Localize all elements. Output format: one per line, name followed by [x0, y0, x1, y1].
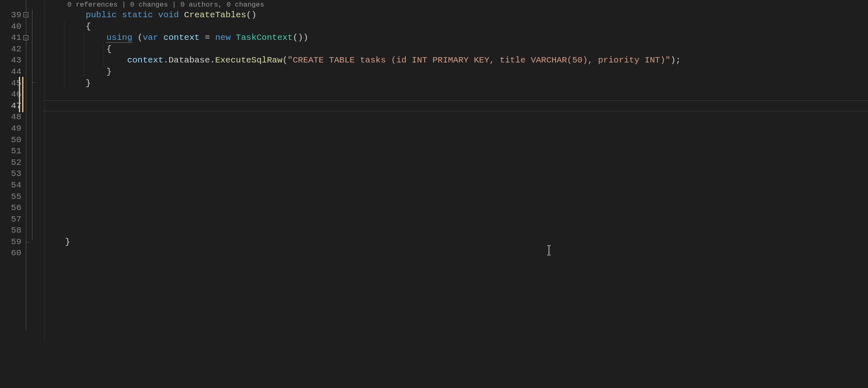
line-number: 57: [0, 214, 21, 225]
code-line[interactable]: [43, 146, 868, 157]
line-number: 58: [0, 225, 21, 236]
code-line[interactable]: [43, 180, 868, 191]
line-number: 43: [0, 55, 21, 66]
fold-toggle-using[interactable]: [23, 35, 28, 40]
code-line[interactable]: context.Database.ExecuteSqlRaw("CREATE T…: [43, 55, 868, 66]
line-number: 59: [0, 236, 21, 248]
code-line[interactable]: [43, 111, 868, 123]
fold-line-inner: [32, 9, 32, 240]
code-line[interactable]: [43, 247, 868, 259]
line-number-gutter: 3940414243444546474849505152535455565758…: [0, 0, 25, 388]
line-number: 39: [0, 9, 21, 21]
code-line[interactable]: [43, 225, 868, 236]
fold-corner: [32, 82, 35, 83]
fold-corner: [26, 242, 29, 242]
line-number: 52: [0, 157, 21, 169]
line-number: 53: [0, 168, 21, 180]
codelens-info[interactable]: 0 references | 0 changes | 0 authors, 0 …: [43, 0, 868, 9]
code-line[interactable]: public static void CreateTables(): [43, 9, 868, 21]
line-number: 49: [0, 123, 21, 134]
line-number: 50: [0, 134, 21, 146]
line-number: 51: [0, 146, 21, 157]
code-line[interactable]: [43, 100, 868, 112]
code-line[interactable]: {: [43, 21, 868, 32]
line-number: 56: [0, 202, 21, 214]
fold-line-outer: [26, 0, 26, 330]
line-number: 41: [0, 32, 21, 44]
line-number: 40: [0, 21, 21, 32]
line-number: 44: [0, 66, 21, 78]
code-line[interactable]: }: [43, 236, 868, 248]
code-line[interactable]: [43, 191, 868, 203]
code-line[interactable]: [43, 89, 868, 100]
code-line[interactable]: {: [43, 44, 868, 55]
code-line[interactable]: [43, 123, 868, 134]
code-area[interactable]: 0 references | 0 changes | 0 authors, 0 …: [43, 0, 868, 388]
code-line[interactable]: [43, 214, 868, 225]
line-number: 54: [0, 180, 21, 191]
code-line[interactable]: }: [43, 78, 868, 89]
line-number: 60: [0, 247, 21, 259]
line-number: 42: [0, 44, 21, 55]
code-line[interactable]: using (var context = new TaskContext()): [43, 32, 868, 44]
line-number: 47: [0, 100, 21, 112]
modification-marker: [19, 77, 23, 113]
code-line[interactable]: }: [43, 66, 868, 78]
line-number: 48: [0, 111, 21, 123]
code-line[interactable]: [43, 202, 868, 214]
code-line[interactable]: [43, 157, 868, 169]
code-line[interactable]: [43, 134, 868, 146]
code-line[interactable]: [43, 168, 868, 180]
code-editor[interactable]: 3940414243444546474849505152535455565758…: [0, 0, 868, 388]
line-number: 45: [0, 78, 21, 89]
line-number: 55: [0, 191, 21, 203]
line-number: 46: [0, 89, 21, 100]
fold-toggle-method[interactable]: [23, 12, 28, 17]
gutter-extras: [25, 0, 43, 388]
